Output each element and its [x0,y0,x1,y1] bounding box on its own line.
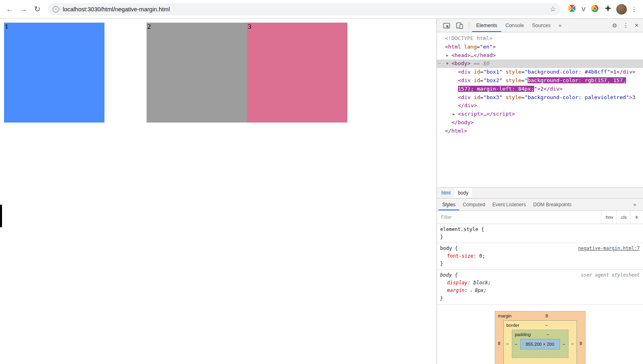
dom-tree: <!DOCTYPE html><html lang="en">▶<head>…<… [437,32,643,187]
padding-label: padding [515,332,531,337]
profile-avatar[interactable] [616,4,627,15]
breadcrumb-body[interactable]: body [454,188,472,198]
dom-line[interactable]: 157); margin-left: 84px;">2</div> [437,85,643,93]
dom-line[interactable]: </body> [437,119,643,127]
border-label: border [507,323,520,328]
devtools-tab-more[interactable]: » [555,19,566,32]
address-bar[interactable]: i localhost:3030/html/negative-margin.ht… [48,3,561,15]
css-selector[interactable]: element.style [440,226,478,232]
collapse-arrow-icon[interactable]: ▼ [446,59,448,68]
expand-arrow-icon[interactable]: ▶ [453,110,455,119]
page-box-box3: 3 [247,23,347,123]
css-declaration-font-size[interactable]: font-size: 0; [440,252,640,260]
sidebar-tab-dom-breakpoints[interactable]: DOM Breakpoints [530,199,575,210]
sidebar-tab-event-listeners[interactable]: Event Listeners [489,199,530,210]
border-top-value[interactable]: − [519,323,573,328]
page-box-box2: 2 [147,23,247,123]
sidebar-tab-more[interactable]: » [630,199,640,210]
dom-line[interactable]: ▶<head>…</head> [437,51,643,60]
box-model-padding: padding − − 855.200 × 200 − [512,330,568,358]
toggle-hover-state-button[interactable]: :hov [601,211,616,224]
content-area: 123 ElementsConsoleSources» [0,19,643,364]
settings-gear-icon[interactable]: ⚙ [609,22,620,29]
toggle-class-button[interactable]: .cls [616,211,630,224]
devtools-toolbar-actions: ⚙ ⋮ × [609,19,642,32]
css-declaration-margin[interactable]: margin: ▸ 8px; [440,287,640,295]
device-toolbar-icon[interactable] [453,19,466,32]
box-model-border: border − − padding − [503,320,577,364]
dom-line[interactable]: ▶<script>…</script> [437,110,643,119]
border-left-value[interactable]: − [504,330,512,358]
sidebar-tab-styles[interactable]: Styles [439,199,459,210]
bookmark-star-icon[interactable]: ☆ [550,5,556,13]
padding-bottom-row [512,349,568,358]
styles-filter-bar: :hov .cls + [437,211,643,224]
browser-menu-icon[interactable]: ⋮ [629,5,639,13]
screen-artifact [0,205,2,227]
new-style-rule-button[interactable]: + [630,211,643,224]
dom-line[interactable]: <div id="box2" style="background-color: … [437,76,643,85]
devtools-tabs: ElementsConsoleSources» [472,19,566,32]
styles-pane: element.style {}negative-margin.html:7bo… [437,224,643,364]
dom-line[interactable]: <div id="box3" style="background-color: … [437,93,643,102]
forward-button[interactable]: → [18,5,29,13]
devtools-tab-console[interactable]: Console [501,19,528,32]
style-rules: element.style {}negative-margin.html:7bo… [437,224,643,305]
url-text[interactable]: localhost:3030/html/negative-margin.html [63,6,546,13]
box-model-diagram: margin 8 8 border − − [495,311,586,364]
dom-line[interactable]: <!DOCTYPE html> [437,34,643,43]
filter-input[interactable] [437,211,601,224]
extension-v-icon[interactable]: V [581,6,586,13]
breadcrumb-html[interactable]: html [438,188,454,198]
sidebar-tab-computed[interactable]: Computed [459,199,489,210]
padding-top-value[interactable]: − [531,332,565,337]
toolbar-divider [469,22,469,29]
extension-star-icon[interactable] [604,4,612,14]
stylesheet-source-note: user agent stylesheet [581,271,640,279]
expand-arrow-icon[interactable]: ▶ [446,51,448,60]
margin-left-value[interactable]: 8 [495,320,503,364]
css-selector[interactable]: body [440,245,452,251]
border-right-value[interactable]: − [568,330,577,358]
breadcrumb-bar: htmlbody [437,187,643,198]
extension-colorwheel-icon[interactable] [591,4,599,14]
expand-shorthand-icon[interactable]: ▸ [471,289,475,293]
box-model-content[interactable]: 855.200 × 200 [520,339,560,349]
margin-label: margin [498,313,512,318]
browser-toolbar: ← → ↻ i localhost:3030/html/negative-mar… [0,0,643,19]
devtools-tab-sources[interactable]: Sources [528,19,555,32]
inspect-element-icon[interactable] [440,19,453,32]
extension-pinwheel-icon[interactable] [568,4,576,14]
dom-line[interactable]: <div id="box1" style="background-color: … [437,68,643,76]
stylesheet-source-link[interactable]: negative-margin.html:7 [578,245,640,252]
dom-line[interactable]: </html> [437,127,643,135]
devtools-tab-elements[interactable]: Elements [472,19,501,32]
style-rule-body: user agent stylesheetbody {display: bloc… [437,270,643,305]
devtools-toolbar: ElementsConsoleSources» ⚙ ⋮ × [437,19,643,32]
extensions-area: V [566,4,614,14]
dom-line[interactable]: </div> [437,102,643,110]
devtools-menu-icon[interactable]: ⋮ [620,22,632,29]
border-bottom-row [504,358,577,364]
box-model-margin: margin 8 8 border − − [495,311,586,364]
margin-top-value[interactable]: 8 [511,313,582,318]
css-selector[interactable]: body [440,272,452,278]
padding-right-value[interactable]: − [560,339,568,349]
sidebar-tabs: StylesComputedEvent ListenersDOM Breakpo… [437,198,643,211]
screen: ← → ↻ i localhost:3030/html/negative-mar… [0,0,643,364]
page-content: 123 [0,19,436,364]
dom-line[interactable]: ⋯▼<body> == $0 [437,59,643,68]
devtools-close-icon[interactable]: × [632,21,641,30]
page-info-icon[interactable]: i [53,6,59,13]
padding-left-value[interactable]: − [512,339,520,349]
more-actions-icon[interactable]: ⋯ [438,59,441,68]
dom-line[interactable]: <html lang="en"> [437,43,643,51]
devtools-panel: ElementsConsoleSources» ⚙ ⋮ × <!DOCTYPE … [436,19,643,364]
style-rule-element-style: element.style {} [437,224,643,243]
css-declaration-display[interactable]: display: block; [440,279,640,287]
back-button[interactable]: ← [4,5,15,13]
page-box-box1: 1 [4,23,104,123]
style-rule-body: negative-margin.html:7body {font-size: 0… [437,243,643,270]
margin-right-value[interactable]: 8 [577,320,585,364]
reload-button[interactable]: ↻ [32,5,43,13]
